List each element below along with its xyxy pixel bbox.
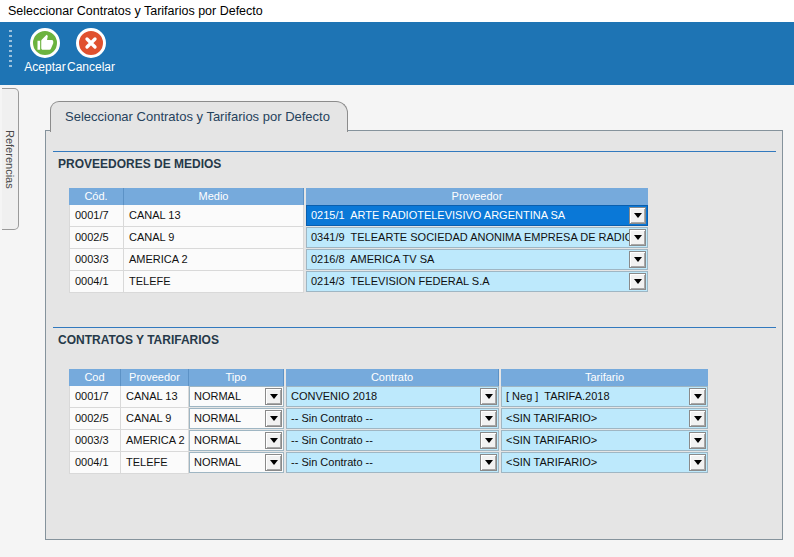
- medio-cell: CANAL 9: [124, 227, 304, 249]
- column-header-proveedor: Proveedor: [306, 188, 648, 205]
- table-row: 0004/1 TELEFE NORMAL -- Sin Contrato -- …: [69, 452, 708, 474]
- table-row: 0002/5 CANAL 9 0341/9 TELEARTE SOCIEDAD …: [69, 227, 650, 249]
- cod-cell: 0004/1: [69, 271, 124, 293]
- table-row: 0003/3 AMERICA 2 NORMAL -- Sin Contrato …: [69, 430, 708, 452]
- section-divider: [53, 151, 776, 152]
- cancelar-label: Cancelar: [67, 60, 115, 74]
- contrato-combobox[interactable]: CONVENIO 2018: [286, 386, 499, 407]
- medio-cell: CANAL 13: [124, 205, 304, 227]
- dropdown-arrow-icon[interactable]: [629, 251, 646, 268]
- thumbs-up-icon: [30, 28, 60, 58]
- cod-cell: 0002/5: [69, 408, 121, 430]
- dropdown-arrow-icon[interactable]: [689, 454, 706, 471]
- dropdown-arrow-icon[interactable]: [689, 388, 706, 405]
- cod-cell: 0002/5: [69, 227, 124, 249]
- dropdown-arrow-icon[interactable]: [629, 207, 646, 224]
- dropdown-arrow-icon[interactable]: [265, 410, 282, 427]
- dropdown-arrow-icon[interactable]: [265, 454, 282, 471]
- section-divider: [53, 327, 776, 328]
- proveedor-cell: CANAL 13: [121, 386, 189, 408]
- dropdown-arrow-icon[interactable]: [265, 432, 282, 449]
- cod-cell: 0001/7: [69, 205, 124, 227]
- tarifario-combobox[interactable]: <SIN TARIFARIO>: [501, 430, 708, 451]
- cod-cell: 0003/3: [69, 249, 124, 271]
- proveedor-combobox[interactable]: 0341/9 TELEARTE SOCIEDAD ANONIMA EMPRESA…: [306, 227, 648, 248]
- column-header-contrato: Contrato: [286, 369, 499, 386]
- dropdown-arrow-icon[interactable]: [480, 388, 497, 405]
- dropdown-arrow-icon[interactable]: [689, 410, 706, 427]
- medio-cell: TELEFE: [124, 271, 304, 293]
- proveedor-combobox[interactable]: 0216/8 AMERICA TV SA: [306, 249, 648, 270]
- column-header-cod: Cód.: [69, 188, 124, 205]
- cod-cell: 0004/1: [69, 452, 121, 474]
- column-header-medio: Medio: [124, 188, 304, 205]
- tipo-combobox[interactable]: NORMAL: [189, 408, 284, 429]
- column-header-tipo: Tipo: [189, 369, 284, 386]
- cancel-x-icon: [76, 28, 106, 58]
- tarifario-combobox[interactable]: <SIN TARIFARIO>: [501, 452, 708, 473]
- content-panel: PROVEEDORES DE MEDIOS Cód. Medio Proveed…: [45, 130, 783, 540]
- table-row: 0003/3 AMERICA 2 0216/8 AMERICA TV SA: [69, 249, 650, 271]
- window-title: Seleccionar Contratos y Tarifarios por D…: [0, 0, 794, 22]
- column-header-proveedor: Proveedor: [121, 369, 189, 386]
- table-row: 0002/5 CANAL 9 NORMAL -- Sin Contrato --…: [69, 408, 708, 430]
- tarifario-combobox[interactable]: <SIN TARIFARIO>: [501, 408, 708, 429]
- cancelar-button[interactable]: Cancelar: [61, 28, 121, 74]
- contracts-table-header: Cod Proveedor Tipo Contrato Tarifario: [69, 369, 708, 386]
- dropdown-arrow-icon[interactable]: [480, 454, 497, 471]
- table-row: 0001/7 CANAL 13 0215/1 ARTE RADIOTELEVIS…: [69, 205, 650, 227]
- proveedor-combobox[interactable]: 0215/1 ARTE RADIOTELEVISIVO ARGENTINA SA: [306, 205, 648, 226]
- proveedor-combobox[interactable]: 0214/3 TELEVISION FEDERAL S.A: [306, 271, 648, 292]
- contracts-section-title: CONTRATOS Y TARIFARIOS: [58, 333, 219, 347]
- tarifario-combobox[interactable]: [ Neg ] TARIFA.2018: [501, 386, 708, 407]
- tipo-combobox[interactable]: NORMAL: [189, 452, 284, 473]
- proveedor-cell: AMERICA 2: [121, 430, 189, 452]
- sidebar-tab-referencias[interactable]: Referencias: [2, 88, 19, 230]
- providers-section-title: PROVEEDORES DE MEDIOS: [58, 157, 221, 171]
- column-header-tarifario: Tarifario: [501, 369, 708, 386]
- contrato-combobox[interactable]: -- Sin Contrato --: [286, 452, 499, 473]
- dropdown-arrow-icon[interactable]: [629, 229, 646, 246]
- contracts-table: Cod Proveedor Tipo Contrato Tarifario 00…: [69, 369, 708, 474]
- contrato-combobox[interactable]: -- Sin Contrato --: [286, 430, 499, 451]
- proveedor-cell: CANAL 9: [121, 408, 189, 430]
- dropdown-arrow-icon[interactable]: [480, 410, 497, 427]
- providers-table-header: Cód. Medio Proveedor: [69, 188, 650, 205]
- column-header-cod: Cod: [69, 369, 121, 386]
- table-row: 0004/1 TELEFE 0214/3 TELEVISION FEDERAL …: [69, 271, 650, 293]
- tipo-combobox[interactable]: NORMAL: [189, 386, 284, 407]
- sidebar-tab-label: Referencias: [4, 130, 16, 189]
- toolbar-grip-handle[interactable]: [9, 30, 12, 70]
- dropdown-arrow-icon[interactable]: [265, 388, 282, 405]
- dropdown-arrow-icon[interactable]: [480, 432, 497, 449]
- cod-cell: 0003/3: [69, 430, 121, 452]
- aceptar-label: Aceptar: [24, 60, 65, 74]
- contrato-combobox[interactable]: -- Sin Contrato --: [286, 408, 499, 429]
- dropdown-arrow-icon[interactable]: [629, 273, 646, 290]
- providers-table: Cód. Medio Proveedor 0001/7 CANAL 13 021…: [69, 188, 650, 293]
- toolbar: Aceptar Cancelar: [0, 22, 794, 85]
- cod-cell: 0001/7: [69, 386, 121, 408]
- tab-seleccionar-contratos[interactable]: Seleccionar Contratos y Tarifarios por D…: [50, 101, 348, 132]
- dropdown-arrow-icon[interactable]: [689, 432, 706, 449]
- medio-cell: AMERICA 2: [124, 249, 304, 271]
- proveedor-cell: TELEFE: [121, 452, 189, 474]
- tipo-combobox[interactable]: NORMAL: [189, 430, 284, 451]
- table-row: 0001/7 CANAL 13 NORMAL CONVENIO 2018 [ N…: [69, 386, 708, 408]
